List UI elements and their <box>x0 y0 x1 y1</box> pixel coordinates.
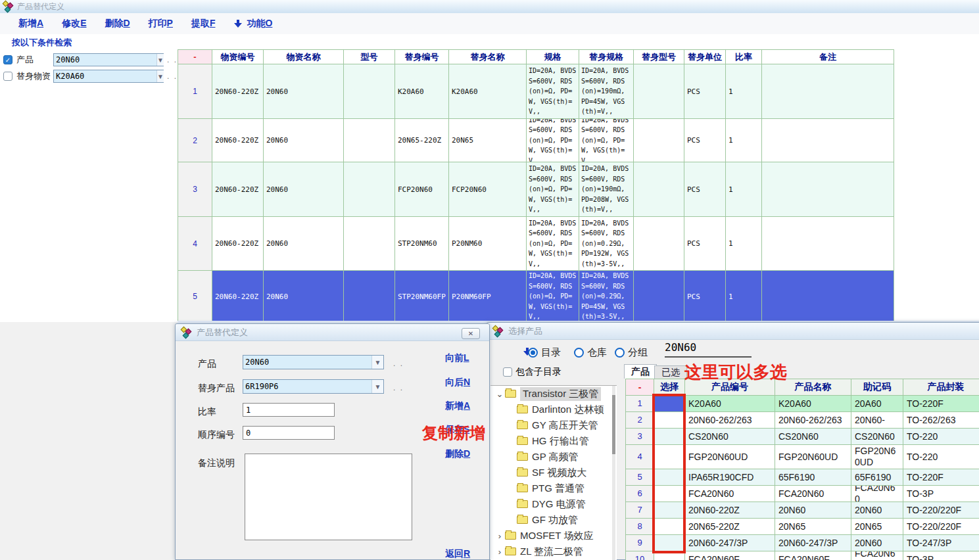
tab-selected[interactable]: 已选 <box>654 365 687 379</box>
select-column-header[interactable]: 产品封装 <box>903 379 979 396</box>
row-number-cell[interactable]: 8 <box>626 519 654 535</box>
main-column-header[interactable]: 物资名称 <box>264 50 344 64</box>
product-cell-code[interactable]: FCA20N60 <box>685 486 775 502</box>
product-cell-name[interactable]: FCA20N60F <box>775 551 851 560</box>
main-cell-code[interactable]: 20N60-220Z <box>212 217 264 271</box>
tree-item[interactable]: HG 行输出管 <box>490 433 617 449</box>
product-cell-name[interactable]: FCA20N60 <box>775 486 851 502</box>
main-cell-ratio[interactable]: 1 <box>726 217 762 271</box>
main-cell-name[interactable]: 20N60 <box>264 271 344 323</box>
product-cell-mnemonic[interactable]: 20N60 <box>851 502 903 519</box>
substitute-condition-input[interactable] <box>54 70 156 82</box>
main-cell-sub_name[interactable]: FCP20N60 <box>449 162 527 217</box>
toolbar-delete-button[interactable]: 删除D <box>105 18 130 30</box>
delete-button[interactable]: 删除D <box>445 448 470 460</box>
product-cell-name[interactable]: FGP20N60UD <box>775 445 851 469</box>
note-field-textarea[interactable] <box>245 454 412 540</box>
main-cell-spec[interactable]: ID=20A, BVDSS=600V, RDS(on)=Ω, PD=W, VGS… <box>527 64 579 119</box>
product-cell-code[interactable]: 20N60-220Z <box>685 502 775 519</box>
product-cell-mnemonic[interactable]: 20N65 <box>851 519 903 535</box>
main-cell-spec[interactable]: ID=20A, BVDSS=600V, RDS(on)=Ω, PD=W, VGS… <box>527 217 579 271</box>
tree-item[interactable]: DYG 电源管 <box>490 496 617 512</box>
next-button[interactable]: 向后N <box>445 377 470 388</box>
row-number-cell[interactable]: 1 <box>626 396 654 412</box>
main-cell-sub_name[interactable]: K20A60 <box>449 64 527 119</box>
main-cell-sub_model[interactable] <box>634 217 684 271</box>
substitute-field-input[interactable] <box>243 380 371 393</box>
main-cell-code[interactable]: 20N60-220Z <box>212 119 264 162</box>
main-cell-sub_code[interactable]: K20A60 <box>395 64 449 119</box>
substitute-field-combo[interactable]: ▼ <box>243 379 384 394</box>
edit-dialog-titlebar[interactable]: 产品替代定义 <box>176 324 489 341</box>
main-column-header[interactable]: 比率 <box>726 50 762 64</box>
substitute-condition-combo[interactable]: ▼ <box>53 70 164 83</box>
substitute-field-more-button[interactable]: . . <box>393 383 404 392</box>
toolbar-add-button[interactable]: 新增A <box>18 18 43 30</box>
row-number-cell[interactable]: 2 <box>626 412 654 429</box>
add-button[interactable]: 新增A <box>445 400 470 412</box>
product-cell-mnemonic[interactable]: 20N60- <box>851 412 903 429</box>
product-cell-mnemonic[interactable]: 65F6190 <box>851 469 903 486</box>
product-cell-mnemonic[interactable]: CS20N60 <box>851 429 903 445</box>
chevron-down-icon[interactable]: ▼ <box>371 380 383 393</box>
main-cell-spec[interactable]: ID=20A, BVDSS=600V, RDS(on)=Ω, PD=W, VGS… <box>527 119 579 162</box>
toolbar-extract-button[interactable]: 提取F <box>191 18 216 30</box>
product-cell-mnemonic[interactable]: 20A60 <box>851 396 903 412</box>
product-cell-pkg[interactable]: TO-220/220F <box>903 502 979 519</box>
download-arrow-icon[interactable] <box>234 20 242 28</box>
main-column-header[interactable]: 替身规格 <box>579 50 634 64</box>
row-number-cell[interactable]: 1 <box>178 64 212 119</box>
product-cell-code[interactable]: 20N65-220Z <box>685 519 775 535</box>
main-cell-model[interactable] <box>344 162 395 217</box>
product-search-input[interactable] <box>665 341 752 358</box>
product-cell-code[interactable]: 20N60-247/3P <box>685 535 775 551</box>
tree-item[interactable]: ›MOSFET 场效应 <box>490 528 617 544</box>
main-cell-ratio[interactable]: 1 <box>726 64 762 119</box>
main-column-header[interactable]: 物资编号 <box>212 50 264 64</box>
product-cell-pkg[interactable]: TO-247/3P <box>903 535 979 551</box>
row-number-cell[interactable]: 9 <box>626 535 654 551</box>
tree-item[interactable]: SF 视频放大 <box>490 465 617 480</box>
substitute-checkbox[interactable] <box>3 72 12 81</box>
row-number-cell[interactable]: 5 <box>178 271 212 323</box>
product-cell-pkg[interactable]: TO-220F <box>903 469 979 486</box>
main-cell-sub_spec[interactable]: ID=20A, BVDSS=600V, RDS(on)=0.29Ω, PD=19… <box>579 217 634 271</box>
main-cell-note[interactable] <box>762 162 894 217</box>
product-cell-pkg[interactable]: TO-220 <box>903 429 979 445</box>
main-cell-ratio[interactable]: 1 <box>726 119 762 162</box>
product-more-button[interactable]: . . <box>167 55 178 64</box>
select-product-titlebar[interactable]: 选择产品 <box>487 323 979 340</box>
close-icon[interactable]: ✕ <box>462 328 480 339</box>
row-number-cell[interactable]: 6 <box>626 486 654 502</box>
product-cell-code[interactable]: CS20N60 <box>685 429 775 445</box>
product-checkbox[interactable]: ✓ <box>3 55 12 64</box>
product-field-combo[interactable]: ▼ <box>243 355 384 369</box>
chevron-down-icon[interactable]: ▼ <box>156 54 164 66</box>
product-cell-mnemonic[interactable]: FCA20N60F <box>851 551 903 560</box>
product-cell-pkg[interactable]: TO-220/220F <box>903 519 979 535</box>
main-cell-sub_model[interactable] <box>634 162 684 217</box>
product-cell-name[interactable]: 20N60-247/3P <box>775 535 851 551</box>
tree-item[interactable]: GP 高频管 <box>490 449 617 465</box>
toolbar-function-button[interactable]: 功能O <box>247 18 273 30</box>
tree-item[interactable]: ›ZL 整流二极管 <box>490 544 617 559</box>
product-condition-combo[interactable]: ▼ <box>53 53 164 66</box>
main-cell-name[interactable]: 20N60 <box>264 119 344 162</box>
row-number-cell[interactable]: 4 <box>178 217 212 271</box>
main-cell-sub_name[interactable]: P20NM60 <box>449 217 527 271</box>
previous-button[interactable]: 向前L <box>445 352 469 364</box>
tree-item[interactable]: Darlinton 达林顿 <box>490 402 617 417</box>
product-cell-pkg[interactable]: TO-220 <box>903 445 979 469</box>
tree-item[interactable]: GF 功放管 <box>490 512 617 528</box>
main-cell-ratio[interactable]: 1 <box>726 162 762 217</box>
substitute-more-button[interactable]: . . <box>167 72 178 81</box>
include-subdir-option[interactable]: 包含子目录 <box>503 366 561 378</box>
row-number-cell[interactable]: 5 <box>626 469 654 486</box>
product-cell-code[interactable]: FCA20N60F <box>685 551 775 560</box>
main-cell-name[interactable]: 20N60 <box>264 64 344 119</box>
main-column-header[interactable]: 规格 <box>527 50 579 64</box>
product-cell-code[interactable]: K20A60 <box>685 396 775 412</box>
product-cell-mnemonic[interactable]: FGP20N60UD <box>851 445 903 469</box>
main-cell-note[interactable] <box>762 119 894 162</box>
tree-item[interactable]: ⌄Transistor 三极管 <box>490 386 617 402</box>
